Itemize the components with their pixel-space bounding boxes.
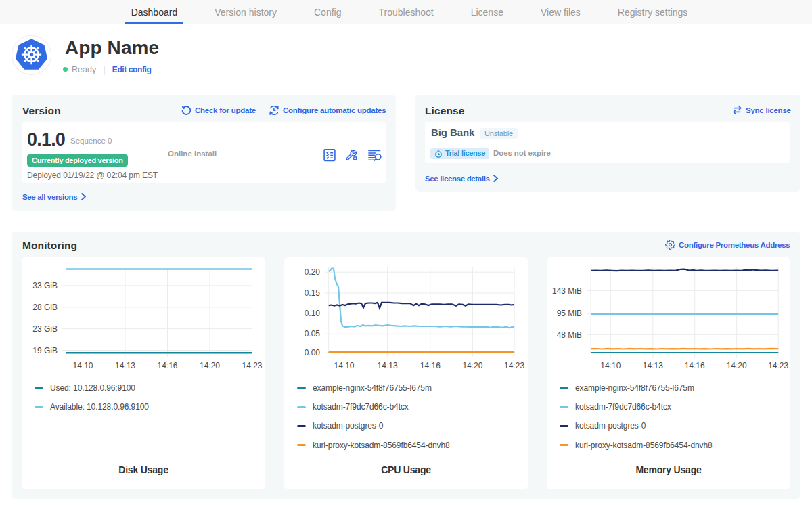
svg-text:14:10: 14:10: [72, 361, 93, 370]
svg-text:14:23: 14:23: [242, 361, 262, 370]
svg-text:0.00: 0.00: [304, 348, 321, 357]
svg-text:14:20: 14:20: [462, 361, 482, 370]
svg-text:33 GiB: 33 GiB: [32, 281, 58, 290]
svg-text:14:23: 14:23: [504, 361, 524, 370]
svg-text:14:13: 14:13: [378, 361, 398, 370]
svg-text:28 GiB: 28 GiB: [32, 303, 58, 312]
svg-text:23 GiB: 23 GiB: [32, 324, 58, 334]
svg-text:14:23: 14:23: [768, 361, 788, 370]
svg-text:0.05: 0.05: [304, 329, 321, 338]
svg-text:14:16: 14:16: [157, 361, 177, 370]
svg-text:14:16: 14:16: [420, 361, 441, 370]
svg-text:48 MiB: 48 MiB: [557, 330, 582, 340]
svg-text:0.15: 0.15: [304, 288, 321, 298]
svg-text:143 MiB: 143 MiB: [552, 286, 582, 296]
svg-text:14:20: 14:20: [727, 361, 747, 370]
svg-text:14:20: 14:20: [200, 361, 220, 370]
svg-text:14:16: 14:16: [685, 361, 705, 370]
svg-text:19 GiB: 19 GiB: [32, 346, 58, 355]
svg-text:14:10: 14:10: [600, 361, 621, 370]
svg-text:14:13: 14:13: [643, 361, 663, 370]
svg-text:0.20: 0.20: [304, 267, 321, 277]
svg-text:95 MiB: 95 MiB: [557, 309, 582, 318]
svg-text:0.10: 0.10: [304, 309, 321, 318]
svg-text:14:10: 14:10: [334, 361, 354, 370]
svg-text:14:13: 14:13: [115, 361, 135, 370]
